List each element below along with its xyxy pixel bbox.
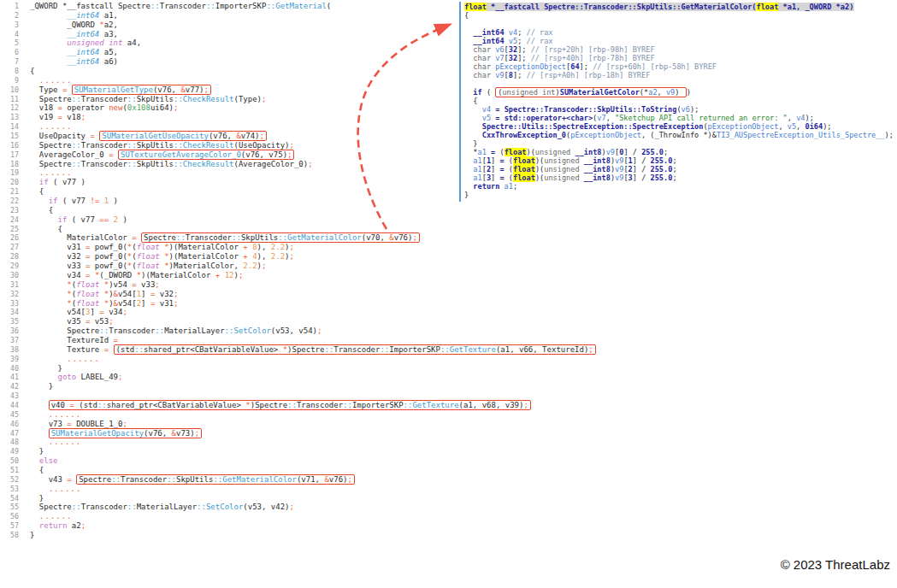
code-token: UseOpacity [30,132,90,140]
code-token [30,30,67,38]
code-token: // [rsp+40h] [rbp-78h] BYREF [531,54,655,62]
code-token: powf_0( [90,243,127,251]
code-token [30,168,39,177]
code-token: *a1, _QWORD *a2) [778,3,853,11]
code-token: (v76, v75) [241,150,287,159]
code-token: __int64 [67,11,99,20]
code-token: v31 [155,299,174,308]
code-token: v9 [615,165,623,173]
code-line: 42 } [0,382,897,391]
code-token: CheckResult [183,141,234,150]
code-token: a2 [648,88,657,97]
code-token: ; [174,103,178,112]
code-token: ); [823,122,831,131]
code-text: else [30,456,58,466]
code-token: SetColor [206,503,243,511]
line-number: 19 [0,168,30,178]
code-token: CxxThrowException_0 [482,131,566,139]
code-token: a1 [505,182,513,191]
code-token: ; [412,233,416,242]
code-token: Spectre::Utils::SpectreException::Spectr… [482,122,704,131]
code-text: ...... [30,122,72,132]
code-token: { [30,187,44,196]
code-token: :: [225,326,234,335]
code-token [30,280,67,289]
code-token [464,122,482,131]
code-token: 255.0 [651,173,673,182]
code-token: unsigned [535,148,570,156]
code-line: 47 SUMaterialGetOpacity(v76, &v73); [0,429,897,438]
code-line: __int64 v4; // rax [464,28,897,37]
code-token: )Spectre [251,401,287,409]
code-token: ( [495,148,504,156]
code-token: MaterialColor [30,233,132,242]
code-line: } [464,139,897,148]
code-token: std::operator+<char> [505,114,593,122]
code-token: v4 [482,105,491,114]
highlight-box: Spectre::Transcoder::SkpUtils::GetMateri… [76,474,355,485]
code-text: if ( v77 == 2 ) [30,215,127,225]
code-token: :: [174,141,183,150]
code-line: 52 v43 = Spectre::Transcoder::SkpUtils::… [0,475,897,485]
code-token: *__fastcall Spectre::Transcoder::SkpUtil… [487,3,757,11]
code-token: __int8 [584,173,611,182]
code-token: Transcoder [160,2,206,10]
code-token: ; [239,271,243,279]
code-token: float [137,252,160,261]
code-token: MaterialLayer [164,326,224,335]
code-line: 32 *(float *)&v54[1] = v32; [0,290,897,299]
code-token: :: [72,503,81,511]
code-token [464,165,473,173]
code-token: } [30,531,34,539]
code-line: 55 Spectre::Transcoder::MaterialLayer::S… [0,503,897,512]
code-token: ui64) [150,103,174,112]
code-line: 35 v35 = v53; [0,317,897,326]
code-token: float [464,3,487,11]
code-token: v4 [509,28,517,37]
code-line: __int64 v5; // rax [464,37,897,45]
code-token: ; [664,148,668,156]
code-token [118,336,122,344]
code-token: ...... [39,512,73,520]
code-token: ); [885,131,894,139]
code-token: ImporterSKP [215,2,267,10]
code-token: char [473,45,491,54]
code-token: a1 [473,173,481,182]
code-text: { [30,225,62,234]
code-token: } [30,382,53,391]
code-token: v7 [597,114,605,122]
line-number: 52 [0,475,30,485]
code-text: if ( v77 != 1 ) [30,197,118,206]
code-token: float [76,290,99,298]
code-token: (* [640,88,648,97]
code-line: char v7[32]; // [rsp+40h] [rbp-78h] BYRE… [464,54,897,62]
code-token: a1 [473,156,481,165]
code-token: )( [527,148,535,156]
code-token: { [30,206,53,215]
code-token: ); [806,114,814,122]
code-token: ), [257,243,271,251]
code-token: Transcoder [81,141,127,150]
code-token: return [473,182,499,191]
code-token: _QWORD *__fastcall Spectre [30,2,150,10]
code-text: { [30,206,53,215]
code-token: v40 [51,401,70,409]
code-text: AverageColor_0 = SUTextureGetAverageColo… [30,150,294,160]
code-token: Transcoder [186,233,232,242]
code-token: char [473,71,491,79]
code-token [30,197,49,205]
line-number: 55 [0,503,30,512]
code-token: Spectre [30,503,72,511]
code-token: v35 [30,317,86,326]
code-token [30,215,58,224]
code-token: if [473,88,481,97]
code-token: ImporterSKP [352,401,404,409]
code-text: v73 = DOUBLE_1_0; [30,420,127,429]
code-token: ...... [39,168,73,177]
code-text: v34 = *(_DWORD *)(MaterialColor + 12); [30,271,243,280]
code-token: if [58,215,68,224]
code-token: powf_0( [90,262,127,270]
code-token: :: [174,95,183,103]
code-token: ...... [49,410,82,419]
code-token: float [513,173,535,182]
